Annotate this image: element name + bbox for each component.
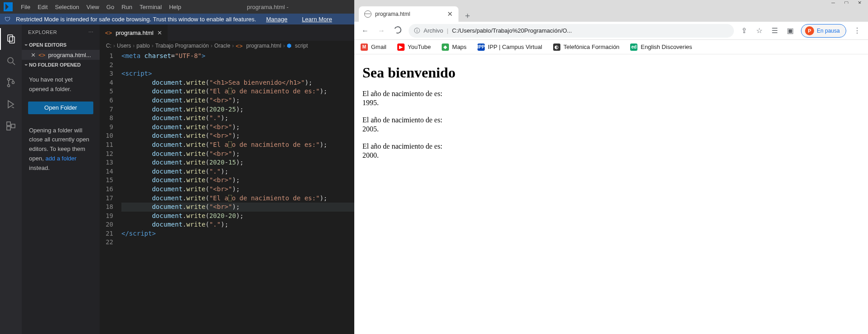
code-line: document.write("."); xyxy=(121,114,354,123)
avatar-icon: P xyxy=(805,26,814,35)
reload-icon xyxy=(393,25,403,34)
code-line xyxy=(121,61,354,70)
manage-link[interactable]: Manage xyxy=(261,16,292,23)
bookmark-item[interactable]: ◆Maps xyxy=(442,44,467,51)
breadcrumb-item[interactable]: programa.html xyxy=(246,43,281,49)
vscode-titlebar: FileEditSelectionViewGoRunTerminalHelp p… xyxy=(0,0,354,14)
info-icon[interactable]: ⓘ xyxy=(414,27,420,35)
menu-help[interactable]: Help xyxy=(165,4,185,10)
new-tab-button[interactable]: ＋ xyxy=(461,9,474,22)
explorer-sidebar: EXPLORER ⋯ › OPEN EDITORS ✕ <> programa.… xyxy=(22,24,100,334)
open-folder-button[interactable]: Open Folder xyxy=(28,102,93,114)
svg-point-5 xyxy=(8,85,10,87)
reading-list-icon[interactable]: ☰ xyxy=(770,24,780,37)
browser-tab[interactable]: programa.html ✕ xyxy=(359,6,458,22)
close-tab-icon[interactable]: ✕ xyxy=(447,10,453,18)
breadcrumb-item[interactable]: Trabajo Programación xyxy=(155,43,209,49)
breadcrumb-item[interactable]: pablo xyxy=(136,43,149,49)
activity-extensions-icon[interactable] xyxy=(0,115,22,137)
open-editors-header[interactable]: › OPEN EDITORS xyxy=(22,40,100,50)
explorer-header: EXPLORER xyxy=(28,29,57,35)
code-line: document.write(2020-15); xyxy=(121,158,354,167)
reload-button[interactable] xyxy=(392,24,403,37)
add-folder-link[interactable]: add a folder xyxy=(45,155,77,162)
page-text-line: El año de nacimiento de es: xyxy=(362,142,860,151)
chevron-down-icon: › xyxy=(23,64,29,66)
no-folder-header[interactable]: › NO FOLDER OPENED xyxy=(22,60,100,70)
page-text-line: 1995. xyxy=(362,98,860,107)
restricted-banner: 🛡 Restricted Mode is intended for safe c… xyxy=(0,14,354,24)
activity-scm-icon[interactable] xyxy=(0,72,22,93)
close-tab-icon[interactable]: ✕ xyxy=(157,29,162,36)
bookmark-icon: ed xyxy=(630,44,637,51)
bookmark-item[interactable]: ◐Telefónica Formación xyxy=(553,44,620,51)
code-line: document.write("<br>"); xyxy=(121,131,354,140)
back-button[interactable]: ← xyxy=(360,25,371,37)
breadcrumbs[interactable]: C:›Users›pablo›Trabajo Programación›Orac… xyxy=(100,41,354,51)
restricted-text: Restricted Mode is intended for safe cod… xyxy=(16,16,256,23)
browser-toolbar: ← → ⓘ Archivo | C:/Users/pablo/Trabajo%2… xyxy=(354,22,868,40)
svg-rect-9 xyxy=(7,126,10,130)
bookmark-icon: M xyxy=(361,44,368,51)
sidepanel-icon[interactable]: ▣ xyxy=(785,24,796,37)
share-icon[interactable]: ⇪ xyxy=(739,24,749,37)
more-icon[interactable]: ⋯ xyxy=(88,29,94,35)
address-bar[interactable]: ⓘ Archivo | C:/Users/pablo/Trabajo%20Pro… xyxy=(409,24,734,38)
menu-view[interactable]: View xyxy=(83,4,103,10)
editor-tab[interactable]: <> programa.html ✕ xyxy=(100,24,168,41)
page-content: Sea bienvenido El año de nacimiento de e… xyxy=(354,54,868,334)
shield-icon: 🛡 xyxy=(5,16,10,23)
bookmark-item[interactable]: MGmail xyxy=(361,44,386,51)
code-line: document.write(2020-25); xyxy=(121,105,354,114)
code-line: document.write("<br>"); xyxy=(121,185,354,194)
chrome-window: ─ ▢ ✕ programa.html ✕ ＋ ← → ⓘ Archivo | … xyxy=(354,0,868,334)
menu-go[interactable]: Go xyxy=(103,4,118,10)
learn-more-link[interactable]: Learn More xyxy=(297,16,336,23)
bookmarks-bar: MGmail▶YouTube◆MapsIPPIPP | Campus Virtu… xyxy=(354,40,868,54)
code-editor[interactable]: 12345678910111213141516171819202122 <met… xyxy=(100,51,354,334)
profile-button[interactable]: P En pausa xyxy=(801,24,846,38)
chevron-down-icon: › xyxy=(23,44,29,46)
breadcrumb-item[interactable]: script xyxy=(295,43,308,49)
activity-run-icon[interactable] xyxy=(0,93,22,115)
svg-line-3 xyxy=(13,63,15,65)
bookmark-item[interactable]: edEnglish Discoveries xyxy=(630,44,692,51)
browser-tabstrip: programa.html ✕ ＋ xyxy=(354,4,868,22)
page-text-line: 2000. xyxy=(362,151,860,160)
page-heading: Sea bienvenido xyxy=(362,64,860,81)
page-text-line: El año de nacimiento de es: xyxy=(362,116,860,125)
code-line: document.write("<br>"); xyxy=(121,203,354,212)
page-text-line: El año de nacimiento de es: xyxy=(362,89,860,98)
svg-rect-10 xyxy=(11,124,15,128)
script-icon: ⬢ xyxy=(287,43,291,49)
bookmark-item[interactable]: ▶YouTube xyxy=(397,44,431,51)
close-icon[interactable]: ✕ xyxy=(31,52,36,58)
bookmark-icon: IPP xyxy=(477,44,485,51)
html-file-icon: <> xyxy=(105,29,112,36)
kebab-menu-icon[interactable]: ⋮ xyxy=(852,24,863,37)
breadcrumb-item[interactable]: Users xyxy=(117,43,131,49)
menu-run[interactable]: Run xyxy=(118,4,136,10)
forward-button[interactable]: → xyxy=(376,25,387,37)
activity-explorer-icon[interactable] xyxy=(0,28,22,50)
code-line: <script> xyxy=(121,69,354,78)
breadcrumb-item[interactable]: C: xyxy=(106,43,111,49)
bookmark-icon: ◐ xyxy=(553,44,560,51)
code-line: <meta charset="UTF-8"> xyxy=(121,52,354,61)
gutter: 12345678910111213141516171819202122 xyxy=(100,51,121,334)
window-title: programa.html - xyxy=(185,4,351,10)
svg-marker-7 xyxy=(8,101,14,108)
code-line: document.write("El ao de nacimiento de e… xyxy=(121,194,354,203)
svg-rect-0 xyxy=(8,35,13,41)
menu-file[interactable]: File xyxy=(17,4,34,10)
code-line: document.write("<br>"); xyxy=(121,150,354,159)
menu-selection[interactable]: Selection xyxy=(51,4,82,10)
menu-edit[interactable]: Edit xyxy=(34,4,51,10)
menu-terminal[interactable]: Terminal xyxy=(136,4,165,10)
open-editor-item[interactable]: ✕ <> programa.html... xyxy=(22,50,100,60)
code-line: document.write("<h1>Sea bienvenido</h1>"… xyxy=(121,78,354,87)
bookmark-item[interactable]: IPPIPP | Campus Virtual xyxy=(477,44,542,51)
bookmark-star-icon[interactable]: ☆ xyxy=(754,24,764,37)
activity-search-icon[interactable] xyxy=(0,50,22,72)
breadcrumb-item[interactable]: Oracle xyxy=(214,43,230,49)
